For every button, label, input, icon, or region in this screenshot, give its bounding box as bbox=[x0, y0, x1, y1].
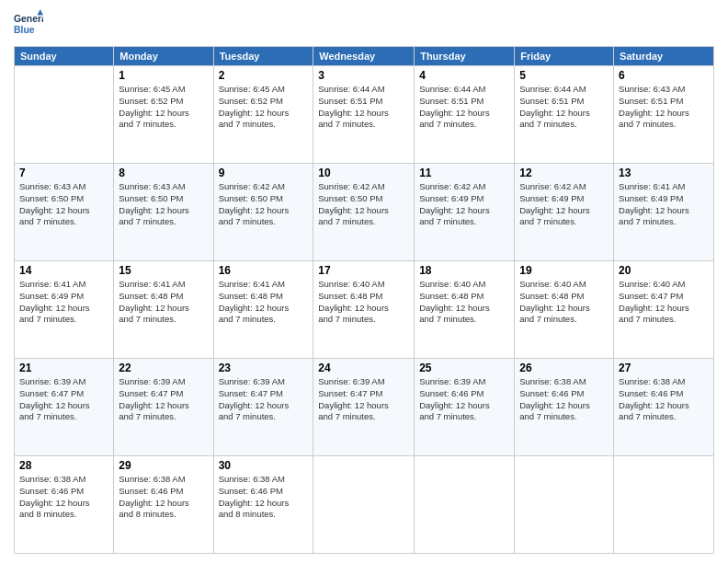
day-info: Sunrise: 6:41 AM Sunset: 6:49 PM Dayligh… bbox=[619, 181, 709, 228]
calendar-cell: 29Sunrise: 6:38 AM Sunset: 6:46 PM Dayli… bbox=[114, 456, 213, 554]
day-info: Sunrise: 6:38 AM Sunset: 6:46 PM Dayligh… bbox=[519, 376, 609, 423]
day-number: 9 bbox=[219, 167, 309, 179]
day-number: 20 bbox=[619, 264, 709, 277]
calendar-cell: 20Sunrise: 6:40 AM Sunset: 6:47 PM Dayli… bbox=[614, 261, 714, 359]
day-number: 1 bbox=[119, 69, 208, 82]
calendar-day-header-wednesday: Wednesday bbox=[313, 47, 415, 66]
calendar-cell: 24Sunrise: 6:39 AM Sunset: 6:47 PM Dayli… bbox=[313, 359, 415, 456]
day-number: 8 bbox=[119, 167, 208, 179]
calendar-cell: 14Sunrise: 6:41 AM Sunset: 6:49 PM Dayli… bbox=[15, 261, 114, 359]
day-info: Sunrise: 6:44 AM Sunset: 6:51 PM Dayligh… bbox=[318, 84, 409, 131]
day-info: Sunrise: 6:38 AM Sunset: 6:46 PM Dayligh… bbox=[19, 474, 108, 521]
calendar-cell: 11Sunrise: 6:42 AM Sunset: 6:49 PM Dayli… bbox=[415, 164, 515, 261]
calendar-cell: 18Sunrise: 6:40 AM Sunset: 6:48 PM Dayli… bbox=[415, 261, 515, 359]
day-number: 28 bbox=[19, 459, 108, 472]
day-number: 4 bbox=[419, 69, 509, 82]
day-info: Sunrise: 6:39 AM Sunset: 6:47 PM Dayligh… bbox=[219, 376, 309, 423]
calendar-cell: 2Sunrise: 6:45 AM Sunset: 6:52 PM Daylig… bbox=[213, 66, 313, 164]
calendar-week-row: 1Sunrise: 6:45 AM Sunset: 6:52 PM Daylig… bbox=[15, 66, 714, 164]
day-number: 14 bbox=[19, 264, 108, 277]
calendar-week-row: 14Sunrise: 6:41 AM Sunset: 6:49 PM Dayli… bbox=[15, 261, 714, 359]
day-info: Sunrise: 6:39 AM Sunset: 6:47 PM Dayligh… bbox=[19, 376, 108, 423]
day-number: 17 bbox=[318, 264, 409, 277]
day-info: Sunrise: 6:42 AM Sunset: 6:49 PM Dayligh… bbox=[419, 181, 509, 228]
calendar-cell: 10Sunrise: 6:42 AM Sunset: 6:50 PM Dayli… bbox=[313, 164, 415, 261]
day-number: 25 bbox=[419, 362, 509, 374]
calendar-cell bbox=[415, 456, 515, 554]
calendar-day-header-sunday: Sunday bbox=[15, 47, 114, 66]
calendar-day-header-friday: Friday bbox=[515, 47, 614, 66]
calendar-cell: 21Sunrise: 6:39 AM Sunset: 6:47 PM Dayli… bbox=[15, 359, 114, 456]
calendar-cell bbox=[515, 456, 614, 554]
day-number: 19 bbox=[519, 264, 609, 277]
calendar-header-row: SundayMondayTuesdayWednesdayThursdayFrid… bbox=[15, 47, 714, 66]
day-info: Sunrise: 6:44 AM Sunset: 6:51 PM Dayligh… bbox=[419, 84, 509, 131]
day-info: Sunrise: 6:38 AM Sunset: 6:46 PM Dayligh… bbox=[619, 376, 709, 423]
day-number: 2 bbox=[219, 69, 309, 82]
day-number: 13 bbox=[619, 167, 709, 179]
calendar-table: SundayMondayTuesdayWednesdayThursdayFrid… bbox=[14, 46, 714, 554]
day-info: Sunrise: 6:38 AM Sunset: 6:46 PM Dayligh… bbox=[119, 474, 208, 521]
svg-marker-2 bbox=[38, 9, 43, 15]
day-info: Sunrise: 6:42 AM Sunset: 6:49 PM Dayligh… bbox=[519, 181, 609, 228]
calendar-cell: 17Sunrise: 6:40 AM Sunset: 6:48 PM Dayli… bbox=[313, 261, 415, 359]
day-info: Sunrise: 6:43 AM Sunset: 6:50 PM Dayligh… bbox=[119, 181, 208, 228]
header: General Blue bbox=[14, 9, 714, 39]
calendar-cell: 28Sunrise: 6:38 AM Sunset: 6:46 PM Dayli… bbox=[15, 456, 114, 554]
day-info: Sunrise: 6:38 AM Sunset: 6:46 PM Dayligh… bbox=[219, 474, 309, 521]
day-number: 26 bbox=[519, 362, 609, 374]
calendar-week-row: 7Sunrise: 6:43 AM Sunset: 6:50 PM Daylig… bbox=[15, 164, 714, 261]
day-number: 16 bbox=[219, 264, 309, 277]
day-info: Sunrise: 6:40 AM Sunset: 6:48 PM Dayligh… bbox=[318, 279, 409, 326]
day-number: 29 bbox=[119, 459, 208, 472]
calendar-cell bbox=[15, 66, 114, 164]
day-number: 24 bbox=[318, 362, 409, 374]
day-number: 5 bbox=[519, 69, 609, 82]
calendar-week-row: 21Sunrise: 6:39 AM Sunset: 6:47 PM Dayli… bbox=[15, 359, 714, 456]
calendar-cell: 26Sunrise: 6:38 AM Sunset: 6:46 PM Dayli… bbox=[515, 359, 614, 456]
calendar-cell: 15Sunrise: 6:41 AM Sunset: 6:48 PM Dayli… bbox=[114, 261, 213, 359]
day-number: 10 bbox=[318, 167, 409, 179]
calendar-cell: 1Sunrise: 6:45 AM Sunset: 6:52 PM Daylig… bbox=[114, 66, 213, 164]
day-info: Sunrise: 6:42 AM Sunset: 6:50 PM Dayligh… bbox=[318, 181, 409, 228]
day-number: 21 bbox=[19, 362, 108, 374]
day-info: Sunrise: 6:39 AM Sunset: 6:47 PM Dayligh… bbox=[318, 376, 409, 423]
day-info: Sunrise: 6:43 AM Sunset: 6:50 PM Dayligh… bbox=[19, 181, 108, 228]
day-number: 12 bbox=[519, 167, 609, 179]
day-info: Sunrise: 6:45 AM Sunset: 6:52 PM Dayligh… bbox=[119, 84, 208, 131]
calendar-cell: 5Sunrise: 6:44 AM Sunset: 6:51 PM Daylig… bbox=[515, 66, 614, 164]
svg-text:Blue: Blue bbox=[14, 25, 35, 35]
calendar-cell: 8Sunrise: 6:43 AM Sunset: 6:50 PM Daylig… bbox=[114, 164, 213, 261]
calendar-cell: 19Sunrise: 6:40 AM Sunset: 6:48 PM Dayli… bbox=[515, 261, 614, 359]
day-number: 23 bbox=[219, 362, 309, 374]
calendar-cell: 13Sunrise: 6:41 AM Sunset: 6:49 PM Dayli… bbox=[614, 164, 714, 261]
page: General Blue SundayMondayTuesdayWednesda… bbox=[0, 0, 728, 563]
day-info: Sunrise: 6:43 AM Sunset: 6:51 PM Dayligh… bbox=[619, 84, 709, 131]
calendar-cell: 3Sunrise: 6:44 AM Sunset: 6:51 PM Daylig… bbox=[313, 66, 415, 164]
calendar-week-row: 28Sunrise: 6:38 AM Sunset: 6:46 PM Dayli… bbox=[15, 456, 714, 554]
day-number: 15 bbox=[119, 264, 208, 277]
calendar-day-header-monday: Monday bbox=[114, 47, 213, 66]
calendar-cell: 4Sunrise: 6:44 AM Sunset: 6:51 PM Daylig… bbox=[415, 66, 515, 164]
day-info: Sunrise: 6:45 AM Sunset: 6:52 PM Dayligh… bbox=[219, 84, 309, 131]
day-number: 27 bbox=[619, 362, 709, 374]
calendar-cell: 6Sunrise: 6:43 AM Sunset: 6:51 PM Daylig… bbox=[614, 66, 714, 164]
calendar-cell: 25Sunrise: 6:39 AM Sunset: 6:46 PM Dayli… bbox=[415, 359, 515, 456]
calendar-cell bbox=[313, 456, 415, 554]
day-number: 6 bbox=[619, 69, 709, 82]
svg-text:General: General bbox=[14, 14, 43, 24]
calendar-cell: 30Sunrise: 6:38 AM Sunset: 6:46 PM Dayli… bbox=[213, 456, 313, 554]
calendar-cell: 27Sunrise: 6:38 AM Sunset: 6:46 PM Dayli… bbox=[614, 359, 714, 456]
logo: General Blue bbox=[14, 9, 47, 39]
day-number: 3 bbox=[318, 69, 409, 82]
logo-icon: General Blue bbox=[14, 9, 43, 39]
day-number: 11 bbox=[419, 167, 509, 179]
calendar-cell: 7Sunrise: 6:43 AM Sunset: 6:50 PM Daylig… bbox=[15, 164, 114, 261]
day-info: Sunrise: 6:42 AM Sunset: 6:50 PM Dayligh… bbox=[219, 181, 309, 228]
day-number: 22 bbox=[119, 362, 208, 374]
calendar-cell: 16Sunrise: 6:41 AM Sunset: 6:48 PM Dayli… bbox=[213, 261, 313, 359]
day-info: Sunrise: 6:44 AM Sunset: 6:51 PM Dayligh… bbox=[519, 84, 609, 131]
day-info: Sunrise: 6:41 AM Sunset: 6:49 PM Dayligh… bbox=[19, 279, 108, 326]
day-number: 18 bbox=[419, 264, 509, 277]
day-info: Sunrise: 6:41 AM Sunset: 6:48 PM Dayligh… bbox=[119, 279, 208, 326]
